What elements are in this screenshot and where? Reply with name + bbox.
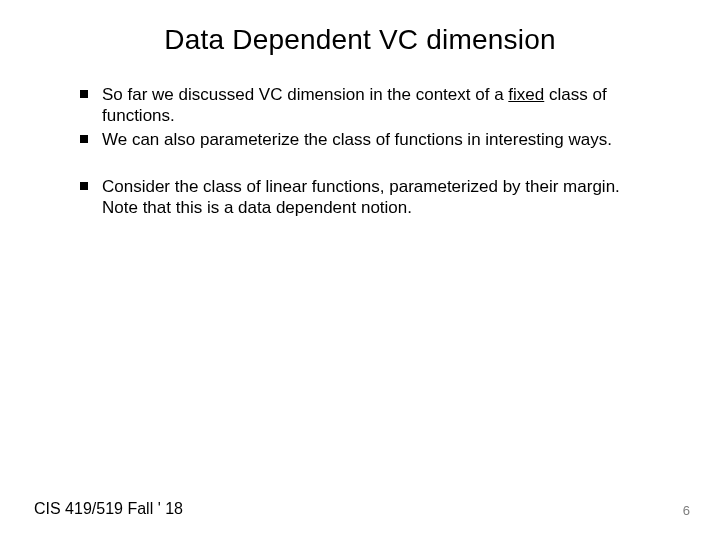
page-number: 6 bbox=[683, 503, 690, 518]
content-area: So far we discussed VC dimension in the … bbox=[50, 84, 670, 218]
square-bullet-icon bbox=[80, 135, 88, 143]
bullet-item: We can also parameterize the class of fu… bbox=[80, 129, 660, 150]
bullet-group-2: Consider the class of linear functions, … bbox=[80, 176, 660, 219]
underlined-word: fixed bbox=[508, 85, 544, 104]
bullet-text: Consider the class of linear functions, … bbox=[102, 176, 660, 219]
slide-title: Data Dependent VC dimension bbox=[50, 24, 670, 56]
bullet-text: We can also parameterize the class of fu… bbox=[102, 129, 660, 150]
text-segment: So far we discussed VC dimension in the … bbox=[102, 85, 508, 104]
bullet-item: So far we discussed VC dimension in the … bbox=[80, 84, 660, 127]
bullet-item: Consider the class of linear functions, … bbox=[80, 176, 660, 219]
bullet-group-1: So far we discussed VC dimension in the … bbox=[80, 84, 660, 150]
square-bullet-icon bbox=[80, 182, 88, 190]
footer-course: CIS 419/519 Fall ' 18 bbox=[34, 500, 183, 518]
square-bullet-icon bbox=[80, 90, 88, 98]
bullet-text: So far we discussed VC dimension in the … bbox=[102, 84, 660, 127]
slide: Data Dependent VC dimension So far we di… bbox=[0, 0, 720, 540]
